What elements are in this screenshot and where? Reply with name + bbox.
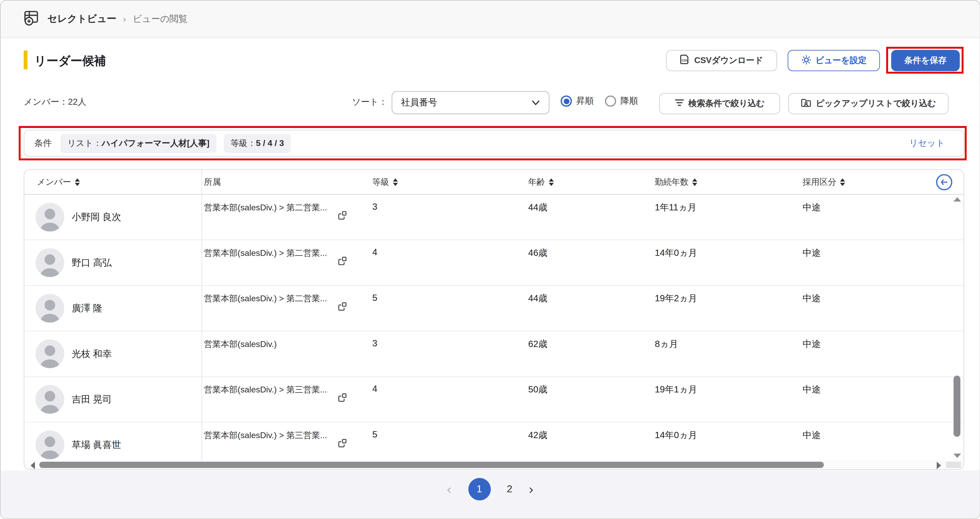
member-name[interactable]: 吉田 晃司 xyxy=(72,377,112,422)
grade-cell: 4 xyxy=(372,247,377,257)
table-row[interactable]: 草場 眞喜世 営業本部(salesDiv.) > 第三営業... 5 42歳 1… xyxy=(24,422,964,461)
table-body: 小野岡 良次 営業本部(salesDiv.) > 第二営業... 3 44歳 1… xyxy=(24,195,964,461)
view-settings-button[interactable]: ビューを設定 xyxy=(788,50,880,71)
scroll-down-arrow-icon[interactable] xyxy=(953,454,961,458)
save-conditions-button[interactable]: 条件を保存 xyxy=(891,50,960,71)
org-link-icon[interactable] xyxy=(337,439,347,451)
sort-arrows-icon[interactable] xyxy=(75,178,80,186)
table-header: メンバー 所属 等級 年齢 勤続年数 xyxy=(24,170,964,195)
table-row[interactable]: 吉田 晃司 営業本部(salesDiv.) > 第三営業... 4 50歳 19… xyxy=(24,377,964,422)
sort-arrows-icon[interactable] xyxy=(840,178,845,186)
condition-chip-grade: 等級：5 / 4 / 3 xyxy=(224,134,291,153)
member-column-divider xyxy=(201,170,202,461)
column-header-age[interactable]: 年齢 xyxy=(528,170,554,195)
scroll-left-arrow-icon[interactable] xyxy=(30,462,35,469)
save-conditions-label: 条件を保存 xyxy=(904,55,947,66)
member-name[interactable]: 光枝 和幸 xyxy=(72,331,112,377)
avatar xyxy=(36,385,64,414)
grade-cell: 5 xyxy=(372,429,377,439)
pagination: ‹ 1 2 › xyxy=(1,478,980,500)
tenure-cell: 19年1ヵ月 xyxy=(655,384,697,396)
csv-file-icon: CSV xyxy=(680,54,690,67)
member-name[interactable]: 草場 眞喜世 xyxy=(72,422,121,461)
horizontal-scrollbar[interactable] xyxy=(24,460,964,469)
title-row: リーダー候補 CSV CSVダウンロード ビューを設定 xyxy=(1,38,980,76)
breadcrumb-app[interactable]: セレクトビュー xyxy=(48,13,116,25)
sort-arrows-icon[interactable] xyxy=(692,178,697,186)
department-cell: 営業本部(salesDiv.) > 第三営業... xyxy=(204,383,344,396)
column-header-member[interactable]: メンバー xyxy=(37,170,80,195)
title-accent-bar xyxy=(24,51,27,69)
radio-ascending[interactable]: 昇順 xyxy=(561,96,593,107)
sort-select-value: 社員番号 xyxy=(401,97,437,108)
member-name[interactable]: 野口 高弘 xyxy=(72,240,112,286)
org-link-icon[interactable] xyxy=(337,393,347,405)
org-link-icon[interactable] xyxy=(337,256,347,268)
age-cell: 44歳 xyxy=(528,201,547,213)
view-settings-label: ビューを設定 xyxy=(815,55,866,66)
member-name[interactable]: 小野岡 良次 xyxy=(72,195,121,240)
age-cell: 44歳 xyxy=(528,293,547,304)
sort-select[interactable]: 社員番号 xyxy=(391,91,549,114)
filter-by-search-button[interactable]: 検索条件で絞り込む xyxy=(659,93,780,114)
collapse-columns-button[interactable] xyxy=(936,174,952,190)
filter-by-pickup-list-button[interactable]: ピックアップリストで絞り込む xyxy=(788,93,948,114)
avatar xyxy=(36,339,64,368)
age-cell: 62歳 xyxy=(528,338,547,350)
scroll-right-arrow-icon[interactable] xyxy=(937,462,941,469)
pagination-next-icon[interactable]: › xyxy=(528,481,534,497)
tenure-cell: 14年0ヵ月 xyxy=(655,247,697,259)
radio-descending[interactable]: 降順 xyxy=(605,96,638,107)
pagination-page-2[interactable]: 2 xyxy=(507,484,512,495)
table-row[interactable]: 廣澤 隆 営業本部(salesDiv.) > 第二営業... 5 44歳 19年… xyxy=(24,286,964,331)
svg-text:CSV: CSV xyxy=(682,59,689,62)
breadcrumb: セレクトビュー › ビューの閲覧 xyxy=(1,1,980,38)
sort-arrows-icon[interactable] xyxy=(549,178,554,186)
grade-cell: 5 xyxy=(372,293,377,302)
column-header-grade[interactable]: 等級 xyxy=(372,170,398,195)
csv-download-label: CSVダウンロード xyxy=(694,55,763,66)
sort-arrows-icon[interactable] xyxy=(393,178,398,186)
tenure-cell: 14年0ヵ月 xyxy=(655,429,697,441)
table-row[interactable]: 小野岡 良次 営業本部(salesDiv.) > 第二営業... 3 44歳 1… xyxy=(24,195,964,240)
reset-link[interactable]: リセット xyxy=(909,137,954,149)
recruit-type-cell: 中途 xyxy=(803,338,821,350)
condition-bar: 条件 リスト：ハイパフォーマー人材[人事] 等級：5 / 4 / 3 リセット xyxy=(24,130,964,156)
column-header-recruit-type[interactable]: 採用区分 xyxy=(803,170,845,195)
member-name[interactable]: 廣澤 隆 xyxy=(72,286,102,331)
scroll-up-arrow-icon[interactable] xyxy=(953,197,961,202)
table-row[interactable]: 野口 高弘 営業本部(salesDiv.) > 第二営業... 4 46歳 14… xyxy=(24,240,964,286)
chevron-down-icon xyxy=(531,100,540,105)
recruit-type-cell: 中途 xyxy=(803,293,821,304)
radio-ascending-control[interactable] xyxy=(561,96,572,107)
horizontal-scrollbar-thumb[interactable] xyxy=(39,462,824,468)
department-cell: 営業本部(salesDiv.) > 第二営業... xyxy=(204,292,344,305)
tenure-cell: 19年2ヵ月 xyxy=(655,293,697,304)
pagination-page-1[interactable]: 1 xyxy=(468,478,491,500)
org-link-icon[interactable] xyxy=(337,211,347,223)
vertical-scrollbar-thumb[interactable] xyxy=(953,376,960,437)
recruit-type-cell: 中途 xyxy=(803,384,821,396)
member-table: メンバー 所属 等級 年齢 勤続年数 xyxy=(24,169,964,470)
page-title: リーダー候補 xyxy=(34,53,106,69)
vertical-scrollbar[interactable] xyxy=(952,196,963,459)
filter-icon xyxy=(675,99,684,108)
recruit-type-cell: 中途 xyxy=(803,429,821,441)
csv-download-button[interactable]: CSV CSVダウンロード xyxy=(666,50,777,71)
radio-descending-control[interactable] xyxy=(605,96,616,107)
radio-ascending-label: 昇順 xyxy=(576,96,593,107)
column-header-department: 所属 xyxy=(204,170,221,195)
table-row[interactable]: 光枝 和幸 営業本部(salesDiv.) 3 62歳 8ヵ月 中途 xyxy=(24,331,964,377)
pagination-prev-icon[interactable]: ‹ xyxy=(446,481,452,497)
recruit-type-cell: 中途 xyxy=(803,247,821,259)
department-cell: 営業本部(salesDiv.) xyxy=(204,338,344,351)
member-count: メンバー：22人 xyxy=(24,97,86,108)
gear-icon xyxy=(801,54,811,67)
org-link-icon[interactable] xyxy=(337,302,347,314)
avatar xyxy=(36,248,64,277)
arrow-left-circle-icon xyxy=(936,174,952,190)
window-frame: セレクトビュー › ビューの閲覧 リーダー候補 CSV CSVダウンロード xyxy=(0,0,980,519)
grade-cell: 3 xyxy=(372,338,377,348)
column-header-tenure[interactable]: 勤続年数 xyxy=(655,170,697,195)
sort-order-group: 昇順 降順 xyxy=(561,96,638,107)
